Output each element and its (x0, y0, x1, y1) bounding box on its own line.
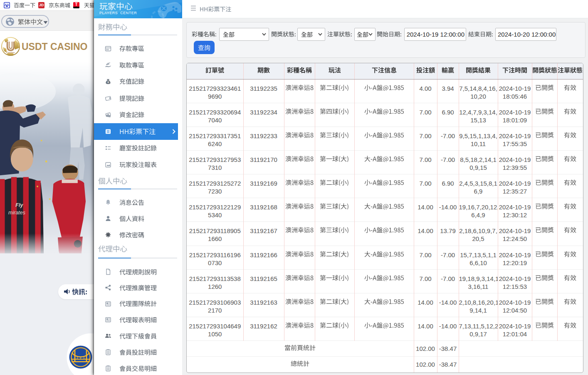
svg-text:Casino: Casino (6, 51, 15, 54)
svg-text:¥: ¥ (107, 80, 109, 83)
svg-text:Fly: Fly (15, 202, 23, 208)
svg-text:mirates: mirates (8, 210, 25, 216)
